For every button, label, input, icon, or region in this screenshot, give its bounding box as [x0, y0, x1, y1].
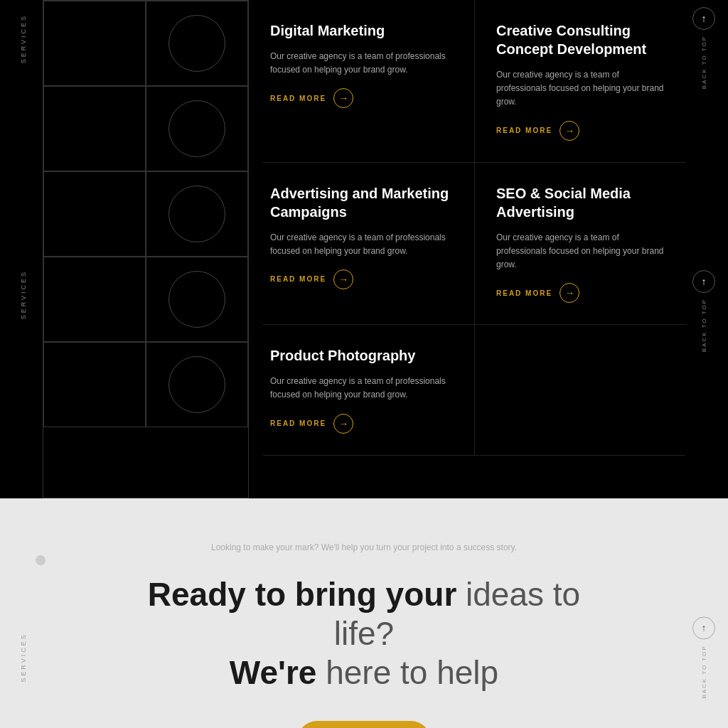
hero-light-2: life?	[334, 615, 394, 652]
hero-line-1: Ready to bring your ideas to life?	[115, 575, 613, 653]
dark-services-section: SERVICES SERVICES ↑ BACK TO TOP ↑ BACK T…	[0, 0, 728, 498]
read-more-label-photography: READ MORE	[270, 419, 326, 427]
grid-cell-6	[146, 171, 248, 257]
service-item-digital-marketing: Digital Marketing Our creative agency is…	[263, 0, 474, 163]
grid-cell-8	[146, 257, 248, 342]
services-label-top: SERVICES	[20, 14, 27, 63]
service-item-photography: Product Photography Our creative agency …	[263, 325, 474, 455]
back-to-top-arrow-light[interactable]: ↑	[692, 617, 715, 640]
service-desc-photography: Our creative agency is a team of profess…	[270, 375, 453, 402]
read-more-label-digital-marketing: READ MORE	[270, 95, 326, 102]
read-more-arrow-seo: →	[560, 283, 579, 303]
back-to-top-label-top: BACK TO TOP	[701, 36, 707, 89]
service-desc-creative-consulting: Our creative agency is a team of profess…	[496, 68, 664, 109]
hero-heading: Ready to bring your ideas to life? We're…	[115, 575, 613, 693]
back-to-top-label-light: BACK TO TOP	[701, 646, 707, 699]
hero-bold-2: We're	[230, 654, 317, 691]
back-to-top-top[interactable]: ↑ BACK TO TOP	[692, 7, 715, 89]
read-more-seo[interactable]: READ MORE →	[496, 283, 664, 303]
read-more-digital-marketing[interactable]: READ MORE →	[270, 88, 453, 108]
services-label-light: SERVICES	[20, 633, 27, 682]
service-desc-digital-marketing: Our creative agency is a team of profess…	[270, 50, 453, 77]
hero-light-1: ideas to	[466, 576, 580, 613]
read-more-arrow-advertising: →	[333, 269, 353, 289]
services-label-mid: SERVICES	[20, 270, 27, 319]
service-item-advertising: Advertising and Marketing Campaigns Our …	[263, 163, 474, 326]
service-item-empty	[474, 325, 685, 455]
grid-cell-10	[146, 342, 248, 427]
read-more-creative-consulting[interactable]: READ MORE →	[496, 121, 664, 141]
hero-light-3: here to help	[326, 654, 498, 691]
decorative-grid	[43, 0, 249, 498]
service-title-creative-consulting: Creative Consulting Concept Development	[496, 21, 664, 58]
service-title-photography: Product Photography	[270, 346, 453, 365]
read-more-arrow-photography: →	[333, 414, 353, 434]
read-more-advertising[interactable]: READ MORE →	[270, 269, 453, 289]
read-more-arrow-digital-marketing: →	[333, 88, 353, 108]
grid-cell-3	[43, 86, 146, 171]
back-to-top-light[interactable]: ↑ BACK TO TOP	[692, 617, 715, 699]
back-to-top-label-mid: BACK TO TOP	[701, 299, 707, 352]
back-to-top-mid[interactable]: ↑ BACK TO TOP	[692, 270, 715, 352]
back-to-top-arrow-mid[interactable]: ↑	[692, 270, 715, 293]
grid-cell-9	[43, 342, 146, 427]
read-more-label-creative-consulting: READ MORE	[496, 127, 552, 134]
service-item-creative-consulting: Creative Consulting Concept Development …	[474, 0, 685, 163]
back-to-top-arrow-top[interactable]: ↑	[692, 7, 715, 30]
services-grid: Digital Marketing Our creative agency is…	[263, 0, 685, 456]
grid-cell-4	[146, 86, 248, 171]
service-title-seo: SEO & Social Media Advertising	[496, 184, 664, 221]
hero-line-2: We're here to help	[115, 653, 613, 692]
grid-cell-7	[43, 257, 146, 342]
read-more-label-seo: READ MORE	[496, 289, 552, 297]
grid-cell-5	[43, 171, 146, 257]
service-desc-seo: Our creative agency is a team of profess…	[496, 231, 664, 272]
grid-cell-1	[43, 1, 146, 86]
grid-cell-2	[146, 1, 248, 86]
service-item-seo: SEO & Social Media Advertising Our creat…	[474, 163, 685, 326]
read-more-photography[interactable]: READ MORE →	[270, 414, 453, 434]
service-desc-advertising: Our creative agency is a team of profess…	[270, 231, 453, 258]
read-more-label-advertising: READ MORE	[270, 275, 326, 283]
read-more-arrow-creative-consulting: →	[560, 121, 579, 141]
light-cta-section: SERVICES ↑ BACK TO TOP Looking to make y…	[0, 498, 728, 729]
hero-bold-1: Ready to bring your	[148, 576, 456, 613]
service-title-advertising: Advertising and Marketing Campaigns	[270, 184, 453, 221]
contact-us-button[interactable]: CONTACT US →	[297, 721, 430, 728]
decorative-dot	[36, 555, 46, 565]
service-title-digital-marketing: Digital Marketing	[270, 21, 453, 40]
cta-tagline: Looking to make your mark? We'll help yo…	[211, 541, 517, 554]
